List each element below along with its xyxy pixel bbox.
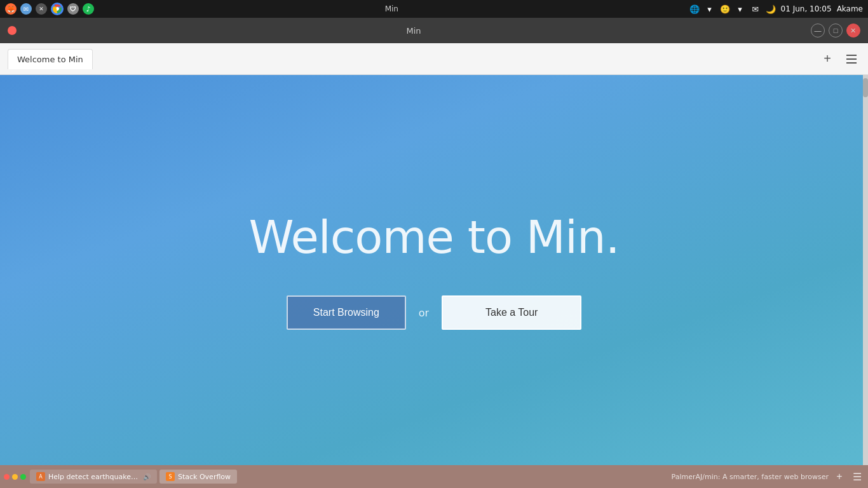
tab1-traffic-lights: [4, 474, 26, 480]
menu-line-1: [846, 55, 857, 56]
menu-line-2: [846, 58, 857, 60]
datetime-display: 01 Jun, 10:05: [781, 4, 832, 13]
window-title: Min: [406, 26, 421, 36]
tab-strip: Welcome to Min: [8, 49, 812, 69]
close-button-top[interactable]: ✕: [36, 3, 47, 15]
welcome-heading: Welcome to Min.: [248, 210, 619, 264]
tab2-title: Stack Overflow: [178, 473, 231, 481]
bottom-tab-2[interactable]: S Stack Overflow: [159, 470, 237, 484]
browser-tab-bar: Welcome to Min +: [0, 43, 868, 75]
scrollbar-thumb[interactable]: [863, 78, 868, 97]
system-top-bar: 🦊 ✉ ✕ 🛡 ♪ Min 🌐 ▾ 🙂 ▾ ✉ 🌙 01 Jun, 10:05 …: [0, 0, 868, 18]
wifi-icon[interactable]: ▾: [705, 4, 715, 14]
menu-line-3: [846, 62, 857, 64]
username-display: Akame: [837, 4, 863, 13]
take-tour-button[interactable]: Take a Tour: [442, 295, 581, 330]
tab1-audio-icon: 🔊: [143, 473, 151, 480]
tab-label: Welcome to Min: [17, 55, 83, 64]
network-manager-icon[interactable]: 🌐: [689, 4, 700, 14]
tab1-dot-red: [4, 474, 10, 480]
bottom-tab-strip: A Help detect earthquakes with your phon…: [0, 465, 868, 488]
welcome-page: Welcome to Min. Start Browsing or Take a…: [0, 75, 868, 465]
minimize-button[interactable]: —: [811, 24, 825, 37]
tab1-title: Help detect earthquakes with your phone …: [48, 473, 139, 481]
emoji-icon[interactable]: 🙂: [720, 4, 730, 14]
bottom-info-text: PalmerAJ/min: A smarter, faster web brow…: [672, 473, 829, 481]
browser-menu-button[interactable]: [843, 50, 860, 68]
scrollbar[interactable]: [863, 75, 868, 465]
new-tab-button[interactable]: +: [818, 50, 836, 68]
window-title-center: Min: [385, 4, 398, 13]
title-bar: Min — □ ✕: [0, 18, 868, 43]
bottom-tab-strip-right: PalmerAJ/min: A smarter, faster web brow…: [672, 470, 864, 484]
maximize-button[interactable]: □: [829, 24, 843, 37]
tab1-dot-yellow: [12, 474, 18, 480]
system-bar-right: 🌐 ▾ 🙂 ▾ ✉ 🌙 01 Jun, 10:05 Akame: [689, 4, 863, 14]
shield-launcher-icon[interactable]: 🛡: [67, 3, 79, 15]
thunderbird-launcher-icon[interactable]: ✉: [20, 3, 32, 15]
firefox-launcher-icon[interactable]: 🦊: [5, 3, 17, 15]
or-label: or: [419, 307, 429, 319]
bottom-menu-button[interactable]: ☰: [850, 470, 864, 484]
mail-icon[interactable]: ✉: [750, 4, 761, 14]
night-mode-icon[interactable]: 🌙: [766, 4, 776, 14]
main-content-area: Welcome to Min. Start Browsing or Take a…: [0, 75, 868, 465]
system-bar-left: 🦊 ✉ ✕ 🛡 ♪: [5, 3, 94, 15]
bottom-new-tab-button[interactable]: +: [832, 470, 846, 484]
active-tab[interactable]: Welcome to Min: [8, 49, 93, 69]
wifi-signal-icon: ▾: [735, 4, 745, 14]
tab1-favicon: A: [36, 472, 45, 481]
tab1-dot-green: [20, 474, 26, 480]
browser-window: Min — □ ✕ Welcome to Min + Welcome to Mi…: [0, 18, 868, 488]
chrome-launcher-icon[interactable]: [51, 3, 64, 15]
start-browsing-button[interactable]: Start Browsing: [287, 295, 406, 330]
bottom-tab-1[interactable]: A Help detect earthquakes with your phon…: [30, 470, 157, 484]
close-button[interactable]: ✕: [846, 24, 860, 37]
welcome-buttons: Start Browsing or Take a Tour: [287, 295, 581, 330]
spotify-launcher-icon[interactable]: ♪: [83, 3, 94, 15]
tab2-favicon: S: [166, 472, 175, 481]
window-controls: — □ ✕: [811, 24, 860, 37]
window-close-button[interactable]: [8, 26, 17, 35]
title-bar-left: [8, 26, 17, 35]
